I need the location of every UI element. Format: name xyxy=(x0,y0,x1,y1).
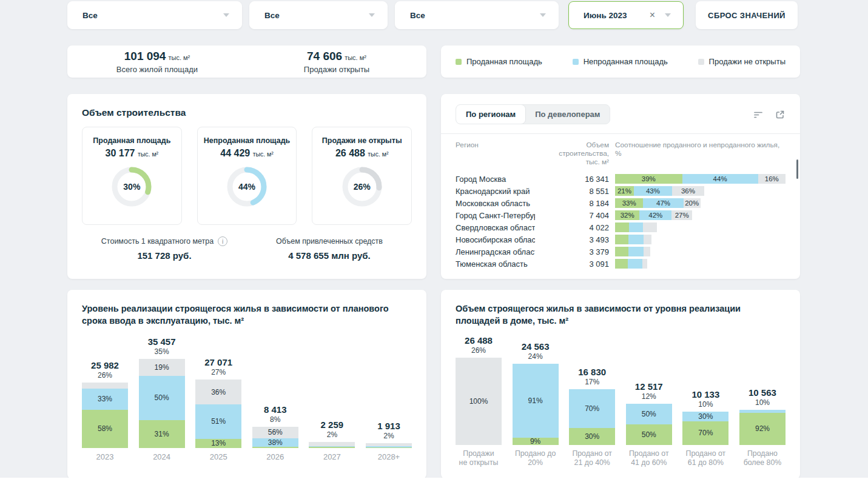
bar-share-label: 10% xyxy=(755,398,770,407)
donut-percent-label: 30% xyxy=(109,164,154,209)
region-volume: 8 184 xyxy=(541,199,609,208)
bar-total-label: 12 517 xyxy=(635,381,663,392)
filter-dropdown-1-value: Все xyxy=(82,11,223,20)
bar-total-label: 16 830 xyxy=(578,367,606,377)
bar-share-label: 26% xyxy=(471,346,486,355)
reset-values-button[interactable]: СБРОС ЗНАЧЕНИЙ xyxy=(696,1,798,29)
bar-category-label: Продано до 20% xyxy=(515,449,556,469)
filter-dropdown-1[interactable]: Все xyxy=(67,1,242,29)
region-bar: 21%43%36% xyxy=(615,186,704,196)
bar-share-label: 24% xyxy=(528,352,543,361)
bar-total-label: 2 259 xyxy=(321,420,344,430)
chart-title: Объем строящегося жилья в зависимости от… xyxy=(456,303,786,327)
bar-share-label: 12% xyxy=(642,392,656,401)
bar-segment: 36% xyxy=(672,186,704,196)
bar-segment: 30% xyxy=(569,428,615,444)
bar-segment: 36% xyxy=(195,380,241,404)
bar-total-label: 27 071 xyxy=(204,357,232,367)
bar-stack: 31%50%19% xyxy=(139,359,185,448)
donut-chart: 44% xyxy=(224,164,269,209)
bar-group: 35 45735%31%50%19%2024 xyxy=(139,335,185,463)
bar-stack: 9%91% xyxy=(513,364,559,445)
bar-group: 27 07127%13%51%36%2025 xyxy=(195,335,241,463)
bar-segment: 13% xyxy=(195,439,241,448)
filter-bar: Все Все Все Июнь 2023 × СБРОС ЗНАЧЕНИЙ xyxy=(67,1,798,29)
bar-total-label: 24 563 xyxy=(522,341,550,352)
realization-chart: 26 48826%100%Продажи не открыты24 56324%… xyxy=(456,335,786,469)
bar-stack: 100% xyxy=(456,358,502,445)
chevron-down-icon xyxy=(369,13,375,17)
bar-share-label: 10% xyxy=(698,400,713,409)
bar-segment xyxy=(615,247,628,256)
bar-stack: 70%30% xyxy=(682,412,728,445)
legend-item-sold: Проданная площадь xyxy=(456,57,542,66)
bar-share-label: 17% xyxy=(585,378,599,386)
filter-dropdown-3[interactable]: Все xyxy=(395,1,559,29)
date-filter-dropdown[interactable]: Июнь 2023 × xyxy=(568,1,684,29)
bar-stack: 58%33% xyxy=(82,383,128,448)
region-bar-track: 33%47%20% xyxy=(615,198,786,208)
donut-chart: 30% xyxy=(109,164,154,209)
region-volume: 3 091 xyxy=(541,259,609,269)
metric-label: Стоимость 1 квадратного метра xyxy=(101,237,214,246)
chart-title: Уровень реализации строящегося жилья в з… xyxy=(82,303,412,327)
region-volume: 16 341 xyxy=(541,175,609,184)
bar-stack: 50%50% xyxy=(626,404,672,445)
stat-label: Продажи открыты xyxy=(247,65,426,74)
tab-by-developers[interactable]: По девелоперам xyxy=(525,105,610,124)
donut-card-label: Непроданная площадь xyxy=(198,136,297,145)
region-volume: 4 022 xyxy=(541,223,609,232)
info-icon[interactable]: i xyxy=(218,236,227,246)
bar-segment: 27% xyxy=(671,210,692,220)
tab-by-regions[interactable]: По регионам xyxy=(456,104,526,124)
bar-total-label: 1 913 xyxy=(377,421,400,431)
bottom-strip xyxy=(0,478,868,485)
bar-category-label: Продано от 61 до 80% xyxy=(686,449,726,469)
bar-category-label: Продано более 80% xyxy=(744,449,782,469)
donut-percent-label: 44% xyxy=(224,164,269,209)
legend-item-not-open: Продажи не открыты xyxy=(698,57,786,66)
sort-icon[interactable] xyxy=(753,109,764,120)
stat-value: 74 606 xyxy=(307,50,342,62)
filter-dropdown-2[interactable]: Все xyxy=(249,1,388,29)
bar-category-label: Продано от 41 до 60% xyxy=(629,449,669,469)
deadline-chart: 25 98226%58%33%202335 45735%31%50%19%202… xyxy=(82,335,412,463)
donut-percent-label: 26% xyxy=(340,164,385,209)
table-row: Новосибирская область3 493 xyxy=(456,233,786,246)
clear-icon[interactable]: × xyxy=(650,10,655,20)
region-name: Краснодарский край xyxy=(456,187,535,196)
metric-value: 151 728 руб. xyxy=(82,250,247,261)
bar-segment: 70% xyxy=(569,389,615,428)
bar-segment xyxy=(644,235,651,244)
regions-table-body: Город Москва16 34139%44%16%Краснодарский… xyxy=(456,173,786,270)
bar-segment: 21% xyxy=(615,186,634,196)
bar-segment: 38% xyxy=(252,438,298,446)
table-row: Тюменская область3 091 xyxy=(456,258,786,270)
bar-share-label: 8% xyxy=(270,415,280,424)
bar-total-label: 10 133 xyxy=(691,389,719,400)
expand-icon[interactable] xyxy=(775,109,786,120)
donut-card: Непроданная площадь44 429 тыс. м²44% xyxy=(197,127,297,225)
scrollbar-thumb[interactable] xyxy=(796,159,798,179)
bar-category-label: 2024 xyxy=(153,452,170,463)
bar-group: 16 83017%30%70%Продано от 21 до 40% xyxy=(569,335,615,469)
donut-card-value: 44 429 тыс. м² xyxy=(198,148,297,159)
bar-category-label: Продано от 21 до 40% xyxy=(572,449,612,469)
date-filter-value: Июнь 2023 xyxy=(584,11,645,20)
unsold-area-swatch-icon xyxy=(573,59,579,65)
chevron-down-icon xyxy=(665,13,671,17)
region-bar xyxy=(615,247,650,256)
donut-card-label: Проданная площадь xyxy=(82,136,181,145)
bar-segment xyxy=(643,222,657,232)
bar-segment: 20% xyxy=(684,198,701,208)
bar-segment xyxy=(82,383,128,389)
bar-segment: 56% xyxy=(252,427,298,439)
bar-segment: 91% xyxy=(513,364,559,438)
table-row: Свердловская область4 022 xyxy=(456,221,786,233)
region-name: Московская область xyxy=(456,199,535,208)
bar-segment: 92% xyxy=(739,413,786,445)
bar-segment: 58% xyxy=(82,410,128,448)
region-bar: 39%44%16% xyxy=(615,174,786,184)
column-header-volume: Объем строительства,тыс. м² xyxy=(541,141,609,166)
column-header-ratio: Соотношение проданного и непроданного жи… xyxy=(615,141,786,166)
